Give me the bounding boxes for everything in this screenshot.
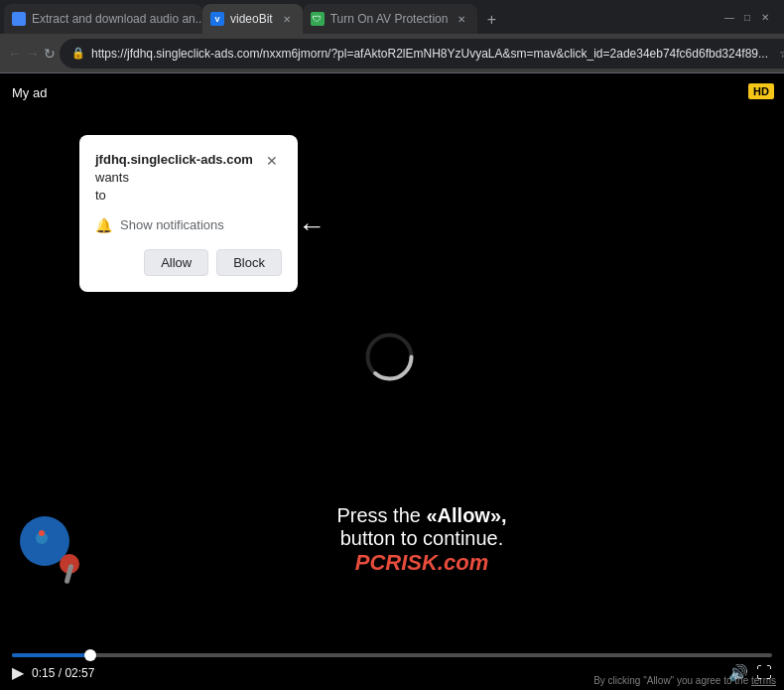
minimize-button[interactable]: — bbox=[722, 10, 736, 24]
svg-point-4 bbox=[39, 530, 45, 536]
spinner-svg bbox=[362, 330, 417, 384]
popup-title: jfdhq.singleclick-ads.com wants to bbox=[95, 151, 262, 206]
new-tab-button[interactable]: + bbox=[477, 6, 505, 34]
bell-icon: 🔔 bbox=[95, 217, 112, 233]
progress-filled bbox=[12, 653, 88, 657]
lock-icon: 🔒 bbox=[71, 47, 85, 60]
logo-svg bbox=[30, 526, 60, 556]
forward-button[interactable]: → bbox=[26, 40, 40, 68]
tab-1-label: Extract and download audio an... bbox=[32, 12, 202, 26]
tab-3-favicon: 🛡 bbox=[311, 12, 325, 26]
video-label: My ad bbox=[12, 85, 47, 100]
overlay-site-text: PCRISK.com bbox=[79, 550, 764, 576]
tab-3-close[interactable]: ✕ bbox=[454, 11, 469, 27]
controls-left: ▶ 0:15 / 02:57 bbox=[12, 663, 94, 682]
tab-1-favicon bbox=[12, 12, 26, 26]
popup-buttons: Allow Block bbox=[95, 249, 282, 276]
play-icon[interactable]: ▶ bbox=[12, 663, 24, 682]
close-button[interactable]: ✕ bbox=[758, 10, 772, 24]
main-content: My ad HD bbox=[0, 73, 784, 690]
refresh-button[interactable]: ↻ bbox=[44, 40, 56, 68]
url-display: https://jfdhq.singleclick-ads.com/nxxm6j… bbox=[91, 47, 768, 61]
tab-3-label: Turn On AV Protection bbox=[330, 12, 449, 26]
time-display: 0:15 / 02:57 bbox=[32, 666, 94, 680]
tab-2-label: videoBit bbox=[230, 12, 273, 26]
tab-2[interactable]: v videoBit ✕ bbox=[202, 4, 303, 34]
overlay-text-block: Press the «Allow», button to continue. P… bbox=[79, 504, 764, 576]
popup-notification-row: 🔔 Show notifications bbox=[95, 217, 282, 233]
popup-header: jfdhq.singleclick-ads.com wants to ✕ bbox=[95, 151, 282, 206]
tab-3[interactable]: 🛡 Turn On AV Protection ✕ bbox=[303, 4, 478, 34]
omnibox[interactable]: 🔒 https://jfdhq.singleclick-ads.com/nxxm… bbox=[60, 39, 784, 69]
back-button[interactable]: ← bbox=[8, 40, 22, 68]
progress-thumb bbox=[84, 649, 96, 661]
popup-close-button[interactable]: ✕ bbox=[262, 151, 282, 171]
tab-strip: Extract and download audio an... ✕ v vid… bbox=[4, 0, 715, 34]
block-button[interactable]: Block bbox=[216, 249, 282, 276]
address-bar: ← → ↻ 🔒 https://jfdhq.singleclick-ads.co… bbox=[0, 34, 784, 73]
terms-link[interactable]: terms bbox=[751, 675, 776, 686]
omnibox-actions: ☆ ⬇ 👤 bbox=[774, 43, 784, 65]
overlay-continue-text: button to continue. bbox=[79, 527, 764, 550]
window-controls: — □ ✕ bbox=[715, 10, 780, 24]
star-icon[interactable]: ☆ bbox=[774, 43, 784, 65]
overlay-bottom: Press the «Allow», button to continue. P… bbox=[0, 504, 784, 586]
allow-button[interactable]: Allow bbox=[144, 249, 208, 276]
arrow-indicator: ← bbox=[298, 210, 326, 242]
browser-frame: Extract and download audio an... ✕ v vid… bbox=[0, 0, 784, 690]
notification-text: Show notifications bbox=[120, 217, 224, 232]
tab-2-close[interactable]: ✕ bbox=[279, 11, 295, 27]
tab-2-favicon: v bbox=[210, 12, 224, 26]
maximize-button[interactable]: □ bbox=[740, 10, 754, 24]
pcrisk-logo bbox=[20, 516, 79, 576]
overlay-press-text: Press the «Allow», bbox=[79, 504, 764, 527]
title-bar: Extract and download audio an... ✕ v vid… bbox=[0, 0, 784, 34]
progress-bar[interactable] bbox=[12, 653, 772, 657]
notification-popup: jfdhq.singleclick-ads.com wants to ✕ 🔔 S… bbox=[79, 135, 298, 292]
hd-badge: HD bbox=[748, 83, 774, 99]
tab-1[interactable]: Extract and download audio an... ✕ bbox=[4, 4, 202, 34]
loading-spinner bbox=[362, 330, 422, 389]
disclaimer: By clicking "Allow" you agree to the ter… bbox=[593, 675, 776, 686]
